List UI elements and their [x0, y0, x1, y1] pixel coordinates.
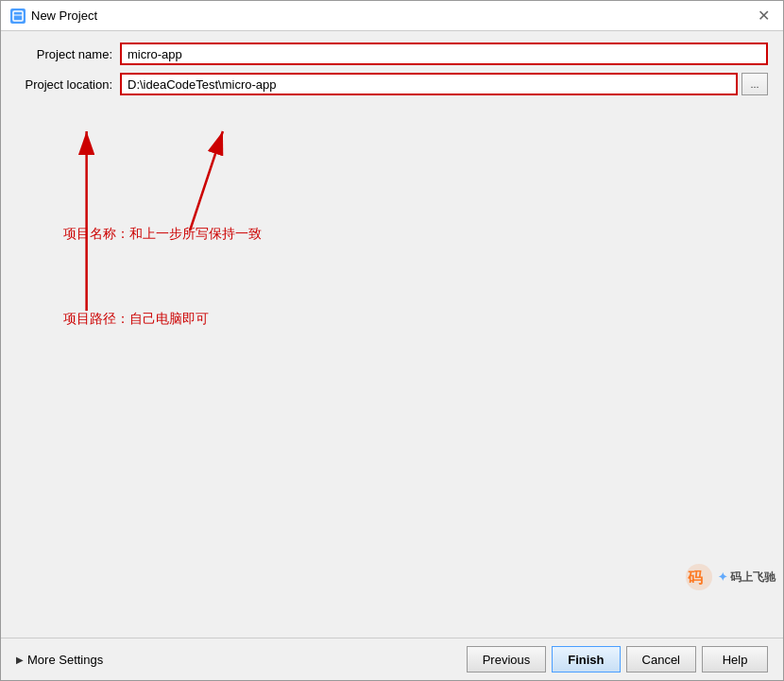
watermark: 码 ✦ 码上飞驰	[684, 562, 775, 592]
project-location-row: Project location: ...	[16, 73, 768, 95]
annotation-label-1: 项目名称：和上一步所写保持一致	[63, 226, 262, 243]
more-settings-label: More Settings	[27, 653, 103, 667]
close-button[interactable]: ✕	[754, 7, 774, 26]
more-settings-arrow-icon: ▶	[16, 655, 24, 665]
annotation-area: 项目名称：和上一步所写保持一致 项目路径：自己电脑即可	[16, 103, 768, 575]
svg-rect-0	[13, 11, 23, 21]
project-name-input[interactable]	[120, 43, 768, 65]
dialog-body: Project name: Project location: ...	[1, 31, 783, 638]
svg-line-3	[190, 131, 223, 230]
project-location-label: Project location:	[16, 77, 120, 92]
footer-buttons: Previous Finish Cancel Help	[467, 646, 768, 672]
project-name-row: Project name:	[16, 43, 768, 65]
dialog-title: New Project	[31, 9, 97, 23]
dialog-footer: ▶ More Settings Previous Finish Cancel H…	[1, 638, 783, 680]
arrows-svg	[16, 103, 768, 575]
cancel-button[interactable]: Cancel	[626, 646, 696, 672]
new-project-dialog: New Project ✕ Project name: Project loca…	[0, 0, 784, 681]
help-button[interactable]: Help	[702, 646, 768, 672]
finish-button[interactable]: Finish	[552, 646, 620, 672]
annotation-label-2: 项目路径：自己电脑即可	[63, 311, 209, 328]
svg-text:码: 码	[687, 570, 703, 586]
browse-button[interactable]: ...	[741, 73, 768, 95]
previous-button[interactable]: Previous	[467, 646, 547, 672]
watermark-logo-icon: 码	[684, 562, 714, 592]
project-name-label: Project name:	[16, 47, 120, 61]
more-settings-toggle[interactable]: ▶ More Settings	[16, 653, 103, 667]
title-bar-left: New Project	[10, 9, 97, 24]
project-location-input[interactable]	[120, 73, 738, 95]
watermark-text: ✦ 码上飞驰	[718, 570, 775, 586]
app-icon	[10, 9, 26, 24]
title-bar: New Project ✕	[1, 1, 783, 31]
